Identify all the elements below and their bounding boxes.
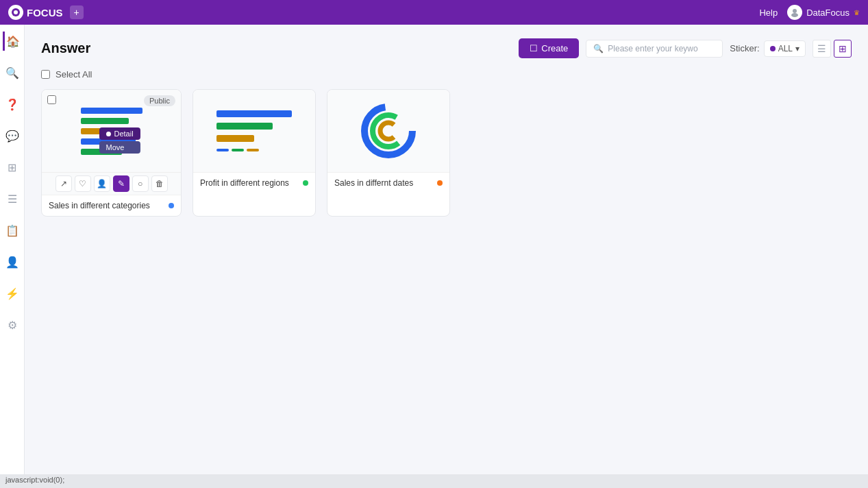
logo-text: FOCUS: [27, 7, 63, 19]
user-avatar: [787, 5, 802, 20]
card-2-preview: [193, 90, 315, 172]
tooltip-detail: Detail: [99, 127, 140, 140]
legend-dot-1: [216, 149, 229, 151]
card-2-status-dot: [303, 180, 308, 186]
card-1-badge: Public: [144, 95, 175, 106]
user-avatar-icon: [790, 8, 799, 17]
share-action[interactable]: ↗: [55, 175, 72, 192]
logo-icon: [8, 5, 23, 20]
tooltip-detail-label: Detail: [114, 130, 133, 138]
list-view-button[interactable]: ☰: [813, 40, 831, 58]
card-3-status-dot: [437, 180, 443, 186]
sidebar-item-search[interactable]: 🔍: [3, 63, 22, 82]
sticker-all-label: ALL: [778, 44, 793, 53]
tooltip-move-label: Move: [106, 143, 124, 151]
tooltip-dot: [106, 132, 110, 136]
select-all-row: Select All: [41, 69, 852, 80]
create-label: Create: [541, 43, 568, 53]
username-label: DataFocus: [806, 8, 850, 18]
sticker-dropdown[interactable]: ALL ▾: [764, 40, 806, 57]
sidebar-item-help[interactable]: ❓: [3, 95, 22, 114]
statusbar-text: javascript:void(0);: [5, 476, 64, 484]
card-3-preview: [327, 90, 449, 172]
card-2-footer: Profit in different regions: [193, 172, 315, 193]
sidebar: 🏠 🔍 ❓ 💬 ⊞ ☰ 📋 👤 ⚡ ⚙: [0, 25, 25, 488]
main-content: Answer ☐ Create 🔍 Please enter your keyw…: [25, 25, 868, 488]
select-all-checkbox[interactable]: [41, 70, 50, 79]
card-1: Public: [41, 89, 182, 217]
bar-row: [81, 118, 142, 124]
create-button[interactable]: ☐ Create: [519, 38, 579, 58]
svg-point-7: [385, 127, 392, 134]
search-placeholder: Please enter your keywo: [608, 44, 697, 53]
bar-chart-2: [207, 101, 301, 161]
card-2: Profit in different regions: [193, 89, 316, 217]
card-1-checkbox[interactable]: [47, 95, 56, 104]
bar-2-3: [216, 135, 254, 142]
tooltip-container: Detail Move: [99, 127, 140, 154]
sticker-filter: Sticker: ALL ▾: [730, 40, 806, 57]
statusbar: javascript:void(0);: [0, 474, 868, 488]
sidebar-item-analytics[interactable]: ⚡: [3, 284, 22, 303]
card-1-preview: Public: [42, 90, 181, 172]
heart-action[interactable]: ♡: [75, 175, 91, 192]
trash-action[interactable]: 🗑: [151, 175, 168, 192]
topbar-left: FOCUS +: [8, 5, 84, 20]
bar: [81, 118, 129, 124]
sidebar-item-list[interactable]: ☰: [3, 189, 22, 208]
card-1-actions: ↗ ♡ 👤 ✎ ○ 🗑: [42, 172, 181, 195]
card-1-status-dot: [169, 203, 174, 208]
ring-chart: [361, 103, 416, 158]
bar-2-2: [216, 123, 273, 130]
circle-action[interactable]: ○: [132, 175, 149, 192]
create-icon: ☐: [530, 43, 538, 53]
select-all-label[interactable]: Select All: [55, 69, 92, 80]
card-2-title: Profit in different regions: [200, 178, 289, 188]
sidebar-item-home[interactable]: 🏠: [3, 32, 22, 51]
all-dot: [770, 46, 776, 51]
card-3-title: Sales in differnt dates: [334, 178, 413, 188]
topbar-right: Help DataFocus ♛: [759, 5, 860, 20]
page-header: Answer ☐ Create 🔍 Please enter your keyw…: [41, 38, 852, 58]
search-bar[interactable]: 🔍 Please enter your keywo: [586, 40, 723, 58]
crown-icon: ♛: [854, 9, 860, 16]
sidebar-item-user[interactable]: 👤: [3, 252, 22, 271]
bar-legend: [216, 149, 292, 151]
bar-row: [81, 108, 142, 114]
main-layout: 🏠 🔍 ❓ 💬 ⊞ ☰ 📋 👤 ⚡ ⚙ Answer ☐ Create 🔍 Pl…: [0, 25, 868, 488]
legend-dot-3: [247, 149, 259, 151]
sidebar-item-settings[interactable]: ⚙: [3, 315, 22, 334]
edit-action[interactable]: ✎: [113, 175, 129, 192]
sidebar-item-grid[interactable]: ⊞: [3, 158, 22, 177]
focus-logo-svg: [11, 8, 21, 17]
search-icon: 🔍: [593, 44, 604, 53]
svg-point-2: [793, 9, 797, 13]
header-right: ☐ Create 🔍 Please enter your keywo Stick…: [519, 38, 852, 58]
view-toggle: ☰ ⊞: [813, 40, 852, 58]
topbar: FOCUS + Help DataFocus ♛: [0, 0, 868, 25]
sticker-label: Sticker:: [730, 43, 759, 53]
card-3-footer: Sales in differnt dates: [327, 172, 449, 193]
user-info: DataFocus ♛: [787, 5, 860, 20]
card-1-footer: Sales in different categories: [42, 195, 181, 216]
cards-grid: Public: [41, 89, 852, 217]
sidebar-item-chat[interactable]: 💬: [3, 126, 22, 145]
bar: [81, 108, 142, 114]
add-tab-button[interactable]: +: [70, 5, 84, 19]
legend-dot-2: [232, 149, 244, 151]
sidebar-item-clipboard[interactable]: 📋: [3, 221, 22, 240]
person-action[interactable]: 👤: [94, 175, 110, 192]
tooltip-move[interactable]: Move: [99, 141, 140, 154]
svg-point-1: [14, 10, 18, 14]
logo: FOCUS: [8, 5, 63, 20]
help-link[interactable]: Help: [759, 8, 778, 18]
page-title: Answer: [41, 40, 90, 56]
card-3: Sales in differnt dates: [327, 89, 450, 217]
grid-view-button[interactable]: ⊞: [834, 40, 852, 58]
chevron-down-icon: ▾: [795, 44, 799, 53]
bar-2-1: [216, 110, 292, 117]
card-1-title: Sales in different categories: [49, 201, 150, 210]
svg-point-3: [791, 13, 798, 17]
